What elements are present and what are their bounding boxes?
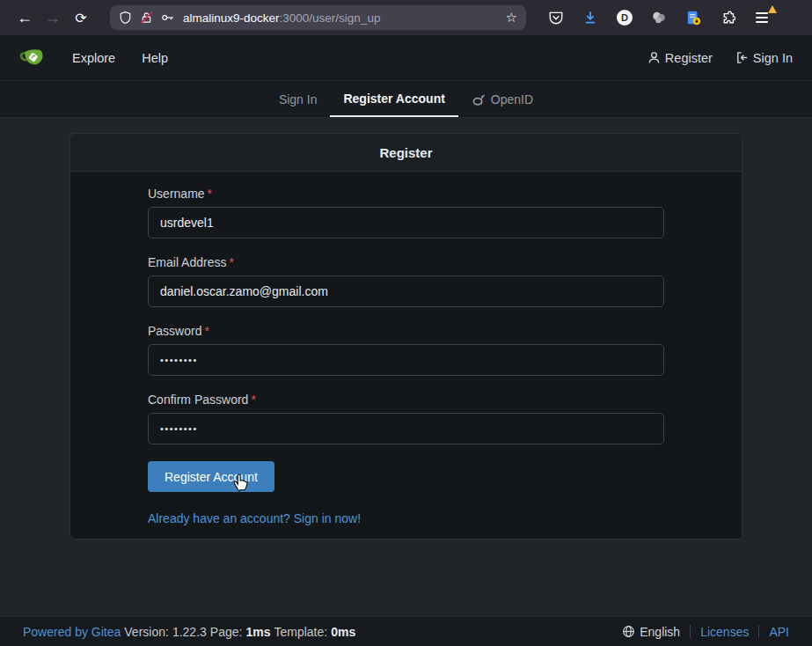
download-icon[interactable] [582, 9, 599, 26]
email-field-group: Email Address* [148, 255, 664, 307]
translate-doc-icon[interactable] [684, 9, 702, 26]
divider [758, 625, 759, 638]
menu-icon[interactable] [753, 9, 771, 26]
email-input[interactable] [148, 275, 664, 307]
bookmark-star-icon[interactable]: ☆ [506, 10, 517, 26]
extension-circles-icon[interactable] [650, 9, 668, 26]
nav-help[interactable]: Help [142, 51, 168, 65]
page-footer: Powered by GiteaVersion:1.22.3Page:1msTe… [0, 616, 812, 646]
pocket-icon[interactable] [547, 9, 565, 26]
template-time: 0ms [331, 625, 355, 639]
confirm-password-input[interactable] [148, 413, 664, 444]
email-label: Email Address* [148, 255, 664, 269]
register-card: Register Username* Email Address* Passwo… [69, 133, 743, 540]
powered-by-gitea-link[interactable]: Powered by Gitea [23, 625, 121, 639]
nav-signin[interactable]: Sign In [735, 51, 793, 65]
nav-register[interactable]: Register [647, 51, 713, 65]
key-icon[interactable] [161, 11, 175, 25]
password-field-group: Password* [148, 324, 664, 376]
required-mark: * [229, 255, 233, 269]
tab-register-account[interactable]: Register Account [330, 81, 457, 117]
password-input[interactable] [148, 344, 664, 376]
licenses-link[interactable]: Licenses [700, 625, 749, 639]
divider [690, 625, 691, 638]
signin-now-link[interactable]: Already have an account? Sign in now! [148, 511, 361, 525]
url-host: almalinux9-docker [183, 11, 280, 25]
person-icon [647, 51, 661, 64]
version-value: 1.22.3 [172, 625, 207, 639]
globe-icon [622, 625, 635, 638]
username-label: Username* [148, 187, 664, 201]
duckduckgo-icon[interactable]: D [616, 9, 633, 26]
required-mark: * [251, 393, 255, 407]
confirm-password-field-group: Confirm Password* [148, 393, 664, 444]
url-path: :3000/user/sign_up [280, 11, 381, 25]
register-form: Username* Email Address* Password* Confi… [70, 172, 742, 539]
footer-links: English Licenses API [622, 625, 789, 639]
url-bar[interactable]: almalinux9-docker:3000/user/sign_up ☆ [110, 5, 526, 30]
required-mark: * [208, 187, 212, 201]
forward-button[interactable]: → [39, 4, 67, 31]
nav-explore[interactable]: Explore [72, 51, 115, 65]
gitea-logo[interactable] [19, 45, 46, 71]
back-button[interactable]: ← [11, 4, 39, 31]
confirm-password-label: Confirm Password* [148, 393, 664, 407]
required-mark: * [204, 324, 208, 338]
puzzle-icon[interactable] [719, 9, 736, 26]
footer-meta: Powered by GiteaVersion:1.22.3Page:1msTe… [23, 625, 359, 639]
toolbar-extensions: D [547, 9, 771, 26]
password-label: Password* [148, 324, 664, 338]
card-title: Register [70, 134, 742, 172]
username-field-group: Username* [148, 187, 664, 239]
lock-slash-icon[interactable] [140, 11, 153, 25]
browser-toolbar: ← → ⟳ almalinux9-docker:3000/user/sign_u… [0, 0, 812, 35]
shield-icon[interactable] [119, 11, 132, 25]
nav-auth-links: Register Sign In [647, 51, 793, 65]
username-input[interactable] [148, 207, 664, 239]
api-link[interactable]: API [769, 625, 789, 639]
gitea-navbar: Explore Help Register Sign In [0, 35, 812, 81]
openid-icon [472, 92, 486, 106]
update-badge-icon [768, 5, 777, 13]
auth-tabbar: Sign In Register Account OpenID [0, 81, 812, 118]
register-account-button[interactable]: Register Account [148, 461, 274, 492]
tab-openid[interactable]: OpenID [458, 81, 546, 117]
reload-button[interactable]: ⟳ [67, 4, 95, 31]
page-time: 1ms [245, 625, 270, 639]
sign-in-icon [735, 51, 749, 64]
page-content: Register Username* Email Address* Passwo… [0, 118, 812, 616]
language-selector[interactable]: English [622, 625, 680, 639]
tab-sign-in[interactable]: Sign In [266, 81, 331, 117]
